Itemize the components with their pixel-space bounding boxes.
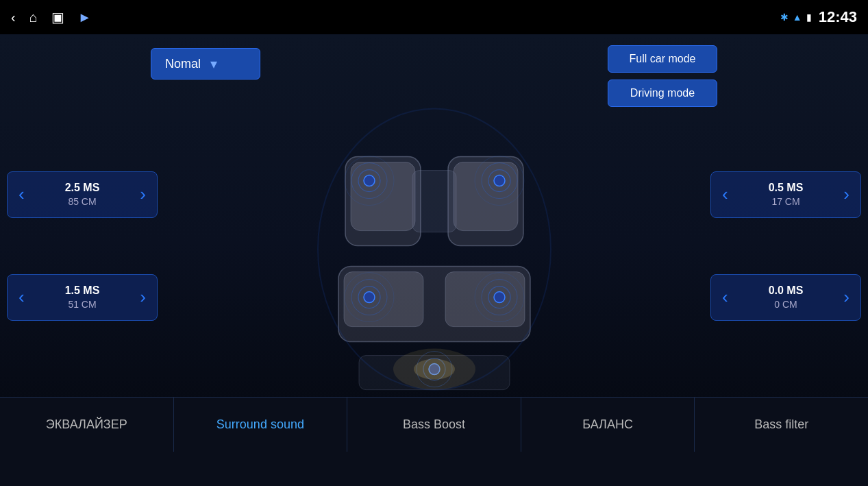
ctrl-tl-values: 2.5 MS 85 CM	[65, 180, 100, 209]
ctrl-tl-ms: 2.5 MS	[65, 180, 100, 195]
tab-surround[interactable]: Surround sound	[174, 398, 348, 452]
ctrl-bottom-right: ‹ 0.0 MS 0 CM ›	[710, 274, 861, 321]
dropdown-arrow-icon: ▾	[210, 56, 217, 72]
back-icon[interactable]: ‹	[11, 10, 16, 25]
svg-point-22	[494, 291, 505, 302]
tab-bass-boost-label: Bass Boost	[403, 417, 465, 432]
preset-dropdown[interactable]: Nomal ▾	[151, 48, 260, 80]
ctrl-top-right: ‹ 0.5 MS 17 CM ›	[710, 171, 861, 218]
bottom-tabs: ЭКВАЛАЙЗЕР Surround sound Bass Boost БАЛ…	[0, 397, 868, 452]
bluetooth-icon: ✱	[780, 12, 789, 23]
ctrl-bl-ms: 1.5 MS	[65, 283, 100, 298]
ctrl-br-cm: 0 CM	[769, 298, 804, 312]
tab-equalizer-label: ЭКВАЛАЙЗЕР	[46, 417, 127, 432]
ctrl-tl-left-arrow[interactable]: ‹	[18, 184, 25, 205]
wifi-icon: ▲	[793, 12, 802, 23]
svg-rect-4	[412, 170, 456, 232]
mode-buttons: Full car mode Driving mode	[608, 45, 717, 107]
ctrl-tr-cm: 17 CM	[769, 195, 804, 209]
svg-rect-7	[445, 271, 525, 326]
preset-label: Nomal	[165, 57, 201, 71]
ctrl-br-values: 0.0 MS 0 CM	[769, 283, 804, 312]
svg-point-30	[414, 359, 455, 379]
full-car-mode-button[interactable]: Full car mode	[608, 45, 717, 73]
car-visualization	[304, 101, 565, 396]
ctrl-bl-left-arrow[interactable]: ‹	[18, 287, 25, 308]
ctrl-tr-left-arrow[interactable]: ‹	[722, 184, 728, 205]
bookmark-icon[interactable]: ►	[78, 10, 92, 25]
tab-balance-label: БАЛАНС	[582, 417, 633, 432]
tab-equalizer[interactable]: ЭКВАЛАЙЗЕР	[0, 398, 174, 452]
ctrl-bottom-left: ‹ 1.5 MS 51 CM ›	[7, 274, 158, 321]
battery-icon: ▮	[806, 12, 812, 23]
clock: 12:43	[819, 8, 857, 26]
ctrl-top-left: ‹ 2.5 MS 85 CM ›	[7, 171, 158, 218]
svg-rect-6	[344, 271, 423, 326]
ctrl-tr-ms: 0.5 MS	[769, 180, 804, 195]
svg-point-10	[364, 175, 375, 186]
ctrl-tl-right-arrow[interactable]: ›	[140, 184, 146, 205]
status-bar: ‹ ⌂ ▣ ► ✱ ▲ ▮ 12:43	[0, 0, 868, 34]
main-content: Nomal ▾ Full car mode Driving mode	[0, 34, 868, 452]
svg-point-9	[318, 108, 551, 389]
svg-point-14	[494, 175, 505, 186]
status-right: ✱ ▲ ▮ 12:43	[780, 8, 857, 26]
nav-controls: ‹ ⌂ ▣ ►	[11, 9, 92, 25]
tab-bass-boost[interactable]: Bass Boost	[347, 398, 521, 452]
ctrl-tr-values: 0.5 MS 17 CM	[769, 180, 804, 209]
car-svg	[304, 101, 565, 396]
ctrl-tl-cm: 85 CM	[65, 195, 100, 209]
svg-point-18	[364, 291, 375, 302]
home-icon[interactable]: ⌂	[29, 10, 38, 25]
ctrl-bl-right-arrow[interactable]: ›	[140, 287, 146, 308]
tab-surround-label: Surround sound	[216, 417, 304, 432]
driving-mode-button[interactable]: Driving mode	[608, 80, 717, 107]
recent-icon[interactable]: ▣	[51, 9, 64, 25]
ctrl-bl-values: 1.5 MS 51 CM	[65, 283, 100, 312]
ctrl-bl-cm: 51 CM	[65, 298, 100, 312]
ctrl-br-ms: 0.0 MS	[769, 283, 804, 298]
ctrl-tr-right-arrow[interactable]: ›	[843, 184, 850, 205]
ctrl-br-left-arrow[interactable]: ‹	[722, 287, 728, 308]
ctrl-br-right-arrow[interactable]: ›	[843, 287, 850, 308]
tab-balance[interactable]: БАЛАНС	[521, 398, 695, 452]
tab-bass-filter[interactable]: Bass filter	[695, 398, 868, 452]
tab-bass-filter-label: Bass filter	[754, 417, 808, 432]
status-icons: ✱ ▲ ▮	[780, 12, 812, 23]
